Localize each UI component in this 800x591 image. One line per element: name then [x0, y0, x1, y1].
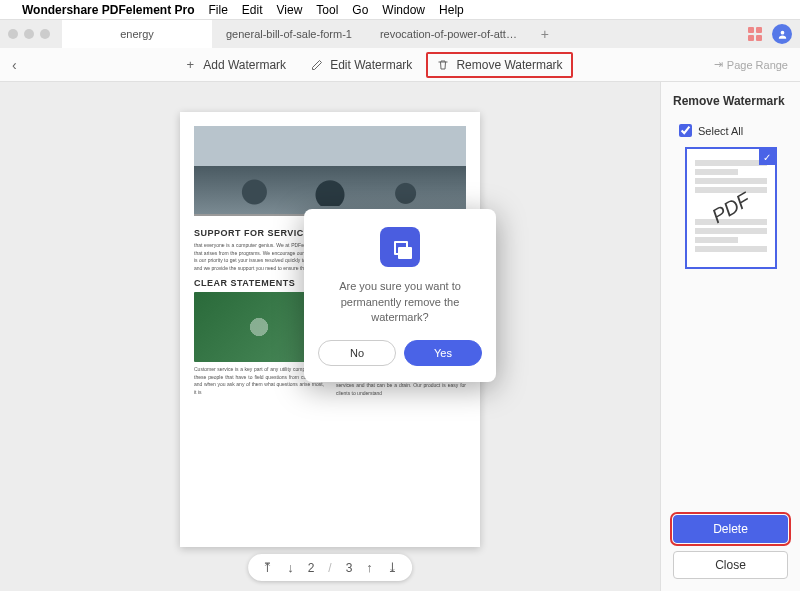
watermark-thumbnail[interactable]: ✓ PDF: [685, 147, 777, 269]
check-icon: ✓: [759, 149, 775, 165]
total-pages: 3: [346, 561, 353, 575]
menu-tool[interactable]: Tool: [316, 3, 338, 17]
trash-icon: [436, 58, 450, 72]
tab-bill-of-sale[interactable]: general-bill-of-sale-form-1: [212, 20, 366, 48]
user-icon: [777, 29, 788, 40]
edit-watermark-button[interactable]: Edit Watermark: [300, 52, 422, 78]
menu-go[interactable]: Go: [352, 3, 368, 17]
delete-button[interactable]: Delete: [673, 515, 788, 543]
traffic-lights[interactable]: [8, 29, 50, 39]
mac-menubar: Wondershare PDFelement Pro File Edit Vie…: [0, 0, 800, 20]
plus-icon: +: [183, 58, 197, 72]
close-button[interactable]: Close: [673, 551, 788, 579]
dialog-message: Are you sure you want to permanently rem…: [318, 279, 482, 325]
tab-bar: energy general-bill-of-sale-form-1 revoc…: [62, 20, 748, 48]
last-page-button[interactable]: ⤓: [387, 560, 398, 575]
next-page-button[interactable]: ↑: [366, 560, 373, 575]
menu-view[interactable]: View: [277, 3, 303, 17]
menu-file[interactable]: File: [209, 3, 228, 17]
app-logo-icon: [380, 227, 420, 267]
dialog-no-button[interactable]: No: [318, 340, 396, 366]
current-page[interactable]: 2: [308, 561, 315, 575]
menu-edit[interactable]: Edit: [242, 3, 263, 17]
tab-revocation[interactable]: revocation-of-power-of-att…: [366, 20, 531, 48]
menu-window[interactable]: Window: [382, 3, 425, 17]
edit-watermark-label: Edit Watermark: [330, 58, 412, 72]
remove-watermark-button[interactable]: Remove Watermark: [426, 52, 572, 78]
first-page-button[interactable]: ⤒: [262, 560, 273, 575]
menu-help[interactable]: Help: [439, 3, 464, 17]
page-range-icon: ⇥: [714, 58, 723, 71]
add-watermark-button[interactable]: + Add Watermark: [173, 52, 296, 78]
page-separator: /: [328, 561, 331, 575]
prev-page-button[interactable]: ↓: [287, 560, 294, 575]
page-range-label: Page Range: [727, 59, 788, 71]
window-chrome: energy general-bill-of-sale-form-1 revoc…: [0, 20, 800, 48]
add-watermark-label: Add Watermark: [203, 58, 286, 72]
add-tab-button[interactable]: +: [531, 20, 559, 48]
app-title[interactable]: Wondershare PDFelement Pro: [22, 3, 195, 17]
side-panel: Remove Watermark Select All ✓ PDF Delete…: [660, 82, 800, 591]
close-window-icon[interactable]: [8, 29, 18, 39]
select-all-input[interactable]: [679, 124, 692, 137]
page-navigator: ⤒ ↓ 2 / 3 ↑ ⤓: [248, 554, 412, 581]
page-range-button[interactable]: ⇥ Page Range: [714, 58, 788, 71]
back-button[interactable]: ‹: [12, 57, 32, 73]
grid-view-icon[interactable]: [748, 27, 762, 41]
maximize-window-icon[interactable]: [40, 29, 50, 39]
minimize-window-icon[interactable]: [24, 29, 34, 39]
dialog-yes-button[interactable]: Yes: [404, 340, 482, 366]
pencil-icon: [310, 58, 324, 72]
select-all-checkbox[interactable]: Select All: [673, 124, 788, 137]
panel-title: Remove Watermark: [673, 94, 788, 108]
remove-watermark-label: Remove Watermark: [456, 58, 562, 72]
svg-point-0: [780, 30, 784, 34]
tab-energy[interactable]: energy: [62, 20, 212, 48]
select-all-label: Select All: [698, 125, 743, 137]
watermark-toolbar: ‹ + Add Watermark Edit Watermark Remove …: [0, 48, 800, 82]
confirm-dialog: Are you sure you want to permanently rem…: [304, 209, 496, 381]
hero-image: [194, 126, 466, 216]
avatar[interactable]: [772, 24, 792, 44]
